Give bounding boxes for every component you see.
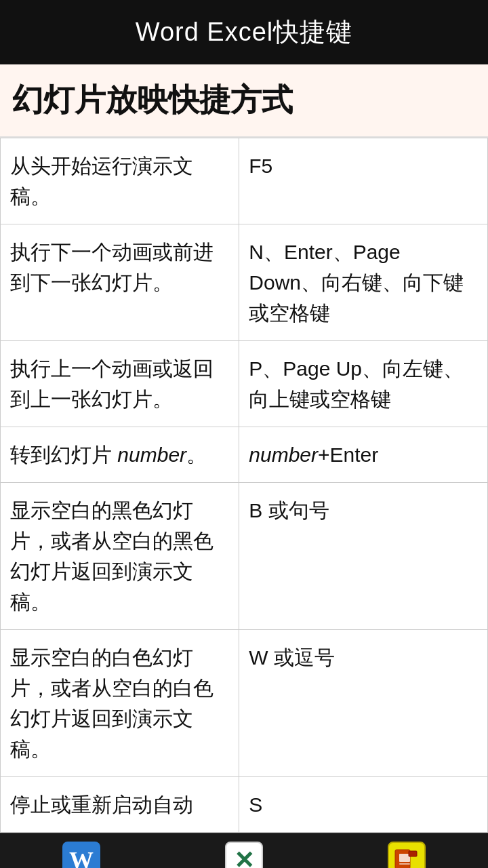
nav-excel[interactable]: ✕ Excel [163, 842, 325, 868]
shortcut-key: F5 [239, 138, 488, 224]
shortcut-description: 从头开始运行演示文稿。 [1, 138, 239, 224]
bottom-nav: W Word ✕ Excel Powerpoint [0, 833, 488, 868]
table-row: 显示空白的黑色幻灯片，或者从空白的黑色幻灯片返回到演示文稿。B 或句号 [1, 483, 488, 630]
nav-word[interactable]: W Word [0, 842, 163, 868]
svg-rect-3 [409, 851, 417, 856]
table-row: 显示空白的白色幻灯片，或者从空白的白色幻灯片返回到演示文稿。W 或逗号 [1, 630, 488, 777]
shortcut-description: 转到幻灯片 number。 [1, 427, 239, 483]
shortcut-description: 显示空白的白色幻灯片，或者从空白的白色幻灯片返回到演示文稿。 [1, 630, 239, 777]
app-header: Word Excel快捷键 [0, 0, 488, 64]
shortcut-key: number+Enter [239, 427, 488, 483]
shortcut-table: 从头开始运行演示文稿。F5执行下一个动画或前进到下一张幻灯片。N、Enter、P… [0, 138, 488, 833]
shortcut-description: 显示空白的黑色幻灯片，或者从空白的黑色幻灯片返回到演示文稿。 [1, 483, 239, 630]
table-row: 从头开始运行演示文稿。F5 [1, 138, 488, 224]
shortcut-key: P、Page Up、向左键、向上键或空格键 [239, 341, 488, 427]
table-row: 转到幻灯片 number。number+Enter [1, 427, 488, 483]
svg-rect-2 [399, 863, 410, 865]
nav-powerpoint[interactable]: Powerpoint [325, 842, 488, 868]
word-icon: W [62, 842, 100, 868]
header-title: Word Excel快捷键 [136, 18, 353, 46]
table-row: 执行下一个动画或前进到下一张幻灯片。N、Enter、Page Down、向右键、… [1, 224, 488, 341]
shortcut-key: W 或逗号 [239, 630, 488, 777]
ppt-icon [388, 842, 426, 868]
shortcut-description: 停止或重新启动自动 [1, 777, 239, 833]
shortcut-key: S [239, 777, 488, 833]
section-title: 幻灯片放映快捷方式 [0, 64, 488, 138]
shortcut-description: 执行下一个动画或前进到下一张幻灯片。 [1, 224, 239, 341]
shortcut-description: 执行上一个动画或返回到上一张幻灯片。 [1, 341, 239, 427]
shortcut-key: B 或句号 [239, 483, 488, 630]
table-row: 停止或重新启动自动S [1, 777, 488, 833]
shortcut-key: N、Enter、Page Down、向右键、向下键或空格键 [239, 224, 488, 341]
table-row: 执行上一个动画或返回到上一张幻灯片。P、Page Up、向左键、向上键或空格键 [1, 341, 488, 427]
excel-icon: ✕ [225, 842, 263, 868]
